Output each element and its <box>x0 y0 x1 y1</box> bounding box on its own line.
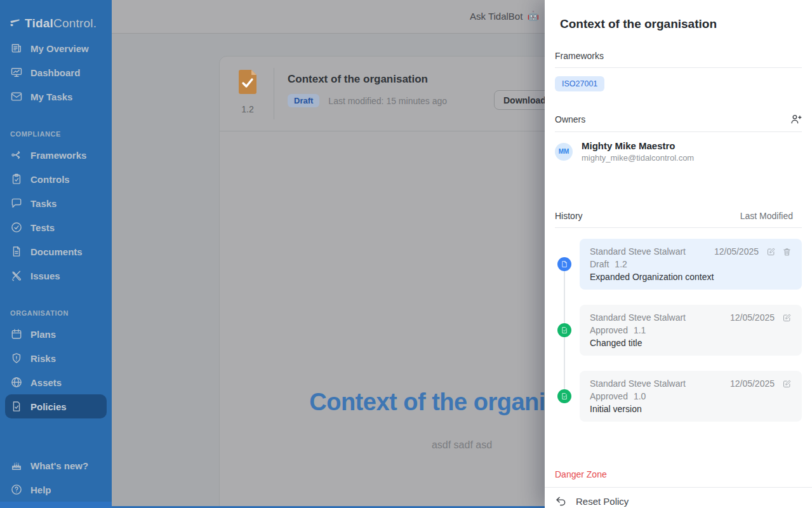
sidebar-item-documents[interactable]: Documents <box>0 239 112 264</box>
calendar-icon <box>10 328 23 340</box>
sidebar-item-plans[interactable]: Plans <box>0 322 112 346</box>
sidebar-item-label: Help <box>30 485 51 495</box>
frameworks-icon <box>10 149 23 161</box>
globe-icon <box>10 376 23 389</box>
undimmed-sidebar-strip <box>0 502 112 508</box>
reset-policy-button[interactable]: Reset Policy <box>545 488 812 508</box>
header-divider <box>274 68 274 119</box>
history-date: 12/05/2025 <box>730 377 775 390</box>
owners-section: Owners MM Mighty Mike Maestro mighty_mik… <box>545 113 812 163</box>
overview-icon <box>10 42 23 55</box>
brand-logo[interactable]: TidalControl. <box>0 0 112 36</box>
sidebar-item-label: Documents <box>30 246 83 257</box>
sidebar-item-label: Frameworks <box>30 150 86 161</box>
sidebar-item-tasks[interactable]: Tasks <box>0 191 112 215</box>
shield-alert-icon <box>10 352 23 364</box>
sidebar-item-frameworks[interactable]: Frameworks <box>0 143 112 167</box>
owner-email: mighty_mike@tidalcontrol.com <box>582 153 694 163</box>
frameworks-label: Frameworks <box>555 51 802 61</box>
file-icon <box>561 260 568 268</box>
history-date: 12/05/2025 <box>730 311 775 324</box>
history-status: Approved <box>590 390 628 403</box>
divider <box>555 227 802 228</box>
owner-identity: Mighty Mike Maestro mighty_mike@tidalcon… <box>582 140 694 163</box>
owner-row[interactable]: MM Mighty Mike Maestro mighty_mike@tidal… <box>555 140 802 163</box>
policy-title-block: Context of the organisation Draft Last m… <box>288 73 447 107</box>
sidebar-item-label: Controls <box>30 174 70 185</box>
brand-name: TidalControl. <box>25 17 97 30</box>
sidebar-section-organisation: ORGANISATION <box>0 309 112 317</box>
sidebar-item-label: Issues <box>30 271 60 281</box>
delete-icon[interactable] <box>782 247 792 257</box>
sidebar-item-issues[interactable]: Issues <box>0 264 112 288</box>
history-note: Changed title <box>590 337 792 349</box>
history-version: 1.0 <box>634 390 646 403</box>
sidebar: TidalControl. My Overview Dashboard My T… <box>0 0 112 508</box>
sidebar-item-risks[interactable]: Risks <box>0 346 112 370</box>
sidebar-item-my-overview[interactable]: My Overview <box>0 36 112 60</box>
cake-icon <box>10 459 23 472</box>
undo-icon <box>555 495 567 507</box>
history-version: 1.1 <box>634 324 646 337</box>
history-date: 12/05/2025 <box>714 245 759 258</box>
history-author: Standard Steve Stalwart <box>590 245 708 258</box>
history-timeline: Standard Steve Stalwart 12/05/2025 Draft… <box>580 239 802 422</box>
sidebar-item-help[interactable]: Help <box>0 478 112 502</box>
robot-emoji-icon: 🤖 <box>527 10 539 22</box>
history-author: Standard Steve Stalwart <box>590 311 724 324</box>
sidebar-item-whats-new[interactable]: What's new? <box>0 453 112 478</box>
file-check-icon <box>561 326 568 334</box>
timeline-marker-approved <box>557 323 571 337</box>
divider <box>555 67 802 68</box>
history-entry[interactable]: Standard Steve Stalwart 12/05/2025 Appro… <box>580 305 802 356</box>
sidebar-item-label: My Overview <box>30 43 89 54</box>
framework-badge-iso27001[interactable]: ISO27001 <box>555 76 604 91</box>
history-note: Initial version <box>590 403 792 415</box>
sidebar-item-dashboard[interactable]: Dashboard <box>0 60 112 84</box>
sidebar-item-tests[interactable]: Tests <box>0 215 112 239</box>
sidebar-item-policies[interactable]: Policies <box>5 394 107 418</box>
sidebar-item-label: Assets <box>30 377 62 388</box>
divider <box>555 131 802 132</box>
history-entry[interactable]: Standard Steve Stalwart 12/05/2025 Appro… <box>580 371 802 422</box>
danger-zone-label[interactable]: Danger Zone <box>545 469 812 479</box>
owners-label: Owners <box>555 114 585 124</box>
sidebar-item-controls[interactable]: Controls <box>0 167 112 191</box>
user-plus-icon <box>790 113 802 125</box>
sidebar-item-my-tasks[interactable]: My Tasks <box>0 84 112 109</box>
chat-icon <box>10 197 23 210</box>
sidebar-item-label: Tasks <box>30 198 57 209</box>
edit-icon[interactable] <box>782 313 792 323</box>
drawer-title: Context of the organisation <box>560 17 797 31</box>
check-circle-icon <box>10 221 23 234</box>
tools-icon <box>10 269 23 282</box>
history-entry[interactable]: Standard Steve Stalwart 12/05/2025 Draft… <box>580 239 802 290</box>
tidalcontrol-logo-icon <box>9 18 20 29</box>
ask-tidalbot-button[interactable]: Ask TidalBot 🤖 <box>470 10 539 22</box>
edit-icon[interactable] <box>766 247 776 257</box>
dashboard-icon <box>10 66 23 79</box>
timeline-marker-approved <box>557 389 571 403</box>
history-version: 1.2 <box>615 258 627 271</box>
policy-file-icon <box>237 69 258 97</box>
help-icon <box>10 483 23 496</box>
owners-header: Owners <box>555 113 802 125</box>
sidebar-section-compliance: COMPLIANCE <box>0 130 112 138</box>
edit-icon[interactable] <box>782 379 792 389</box>
add-owner-button[interactable] <box>790 113 802 125</box>
mail-icon <box>10 90 23 103</box>
sidebar-item-label: Dashboard <box>30 67 80 78</box>
history-sort-control[interactable]: Last Modified <box>740 211 802 221</box>
owner-name: Mighty Mike Maestro <box>582 140 694 151</box>
sidebar-item-label: Tests <box>30 222 55 233</box>
sidebar-item-assets[interactable]: Assets <box>0 370 112 394</box>
sidebar-item-label: My Tasks <box>30 91 72 102</box>
history-section: History Last Modified <box>545 211 812 228</box>
owner-avatar: MM <box>555 143 573 161</box>
policy-title: Context of the organisation <box>288 73 447 86</box>
document-icon <box>10 245 23 258</box>
sidebar-item-label: Plans <box>30 329 56 340</box>
sidebar-item-label: Risks <box>30 353 56 364</box>
sidebar-bottom-group: What's new? Help <box>0 453 112 508</box>
policy-icon-column: 1.2 <box>236 69 259 114</box>
